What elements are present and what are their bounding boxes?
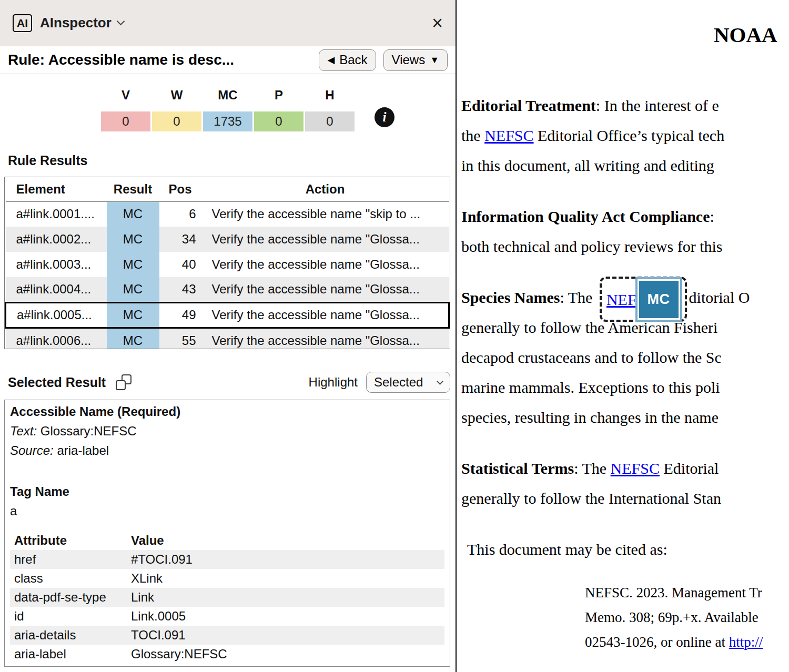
cell-act[interactable]: Verify the accessible name "Glossa...: [201, 302, 449, 328]
rule-results-table: Element Result Pos Action a#link.0001...…: [5, 177, 450, 349]
attribute-value: Glossary:NEFSC: [127, 645, 444, 664]
summary-label: P: [254, 88, 304, 104]
doc-line: species, resulting in changes in the nam…: [461, 402, 789, 432]
doc-bold-text: Species Names: [461, 289, 560, 306]
doc-link[interactable]: NEF: [606, 284, 636, 314]
cell-pos[interactable]: 6: [159, 201, 201, 227]
attribute-col-header: Attribute: [10, 531, 127, 550]
text-line: Text: Glossary:NEFSC: [10, 424, 444, 439]
selected-result-bar: Selected Result Highlight Selected: [8, 371, 450, 393]
copy-icon[interactable]: [115, 374, 132, 391]
summary-col-w: W0: [152, 88, 201, 131]
doc-text-span: : The: [560, 289, 596, 306]
cell-pos[interactable]: 55: [159, 328, 201, 349]
doc-line: the NEFSC Editorial Office’s typical tec…: [461, 120, 789, 150]
doc-line: decapod crustaceans and to follow the Sc: [461, 342, 789, 372]
close-button[interactable]: ×: [432, 14, 443, 33]
cell-res[interactable]: MC: [107, 328, 159, 349]
cell-el[interactable]: a#link.0006...: [6, 328, 107, 349]
cell-el[interactable]: a#link.0004...: [6, 277, 107, 302]
cell-el[interactable]: a#link.0001....: [6, 201, 107, 227]
cell-act[interactable]: Verify the accessible name "skip to ...: [201, 201, 449, 227]
summary-col-v: V0: [101, 88, 150, 131]
cell-el[interactable]: a#link.0005...: [6, 302, 107, 328]
doc-link[interactable]: NEFSC: [611, 460, 660, 477]
highlight-label: Highlight: [309, 375, 358, 390]
summary-label: V: [101, 88, 150, 104]
doc-link[interactable]: http://: [729, 634, 763, 650]
cell-el[interactable]: a#link.0003...: [6, 252, 107, 277]
rule-result-row[interactable]: a#link.0005...MC49Verify the accessible …: [6, 302, 449, 328]
rule-result-row[interactable]: a#link.0004...MC43Verify the accessible …: [6, 277, 449, 302]
rule-results-table-container: Element Result Pos Action a#link.0001...…: [4, 177, 450, 349]
ainspector-logo: AI: [13, 14, 32, 32]
cell-act[interactable]: Verify the accessible name "Glossa...: [201, 252, 449, 277]
summary-col-h: H0: [305, 88, 355, 131]
rule-title: Rule: Accessible name is desc...: [8, 52, 319, 68]
attribute-value: #TOCI.091: [127, 550, 444, 569]
selected-result-heading: Selected Result: [8, 375, 106, 390]
attribute-row: aria-labelGlossary:NEFSC: [10, 645, 444, 664]
attribute-name: id: [10, 607, 127, 626]
doc-text-span: the: [461, 127, 484, 144]
views-button[interactable]: Views ▼: [383, 49, 448, 71]
ainspector-panel: AI AInspector × Rule: Accessible name is…: [0, 0, 456, 672]
rule-result-row[interactable]: a#link.0006...MC55Verify the accessible …: [6, 328, 449, 349]
value-col-header: Value: [127, 531, 444, 550]
cell-pos[interactable]: 49: [159, 302, 201, 328]
highlight-select[interactable]: Selected: [366, 372, 450, 393]
doc-line: This document may be cited as:: [461, 534, 789, 564]
accessible-name-heading: Accessible Name (Required): [10, 404, 444, 419]
info-button[interactable]: i: [375, 107, 394, 127]
cell-res[interactable]: MC: [107, 227, 159, 252]
rule-result-row[interactable]: a#link.0002...MC34Verify the accessible …: [6, 227, 449, 252]
attribute-row: idLink.0005: [10, 607, 444, 626]
doc-text-span: species, resulting in changes in the nam…: [461, 409, 719, 426]
attribute-value: XLink: [127, 569, 444, 588]
rule-result-row[interactable]: a#link.0001....MC6Verify the accessible …: [6, 201, 449, 227]
attribute-name: aria-details: [10, 626, 127, 645]
attribute-row: classXLink: [10, 569, 444, 588]
attribute-value: Link.0005: [127, 607, 444, 626]
cell-pos[interactable]: 43: [159, 277, 201, 302]
cell-res[interactable]: MC: [107, 277, 159, 302]
summary-value: 0: [305, 111, 355, 131]
doc-text-span: : In the interest of e: [596, 97, 719, 114]
doc-bold-text: Information Quality Act Compliance: [461, 208, 710, 225]
doc-bold-text: Editorial Treatment: [461, 97, 596, 114]
doc-text-span: both technical and policy reviews for th…: [461, 238, 723, 255]
attribute-name: class: [10, 569, 127, 588]
cell-res[interactable]: MC: [107, 252, 159, 277]
cell-el[interactable]: a#link.0002...: [6, 227, 107, 252]
summary-label: H: [305, 88, 355, 104]
cell-act[interactable]: Verify the accessible name "Glossa...: [201, 277, 449, 302]
cell-res[interactable]: MC: [107, 302, 159, 328]
doc-link[interactable]: NEFSC: [484, 127, 533, 144]
doc-text-span: in this document, all writing and editin…: [461, 157, 714, 174]
selected-result-details: Accessible Name (Required) Text: Glossar…: [4, 400, 450, 667]
cell-pos[interactable]: 34: [159, 227, 201, 252]
chevron-down-icon[interactable]: [117, 17, 125, 26]
doc-text-span: decapod crustaceans and to follow the Sc: [461, 349, 722, 366]
back-button[interactable]: ◀ Back: [319, 49, 376, 71]
cell-res[interactable]: MC: [107, 201, 159, 227]
doc-text-span: Editorial: [660, 460, 719, 477]
doc-text-span: NEFSC. 2023. Management Tr: [585, 585, 762, 600]
source-value: aria-label: [57, 443, 109, 457]
rule-results-header-row: Element Result Pos Action: [6, 177, 449, 201]
doc-text-span: marine mammals. Exceptions to this poli: [461, 379, 720, 396]
select-chevron-icon: [437, 378, 443, 385]
copy-icon-front-square: [116, 380, 126, 390]
summary-value: 0: [152, 111, 201, 131]
document-pane: NOAA Editorial Treatment: In the interes…: [456, 0, 789, 672]
summary-col-mc: MC1735: [203, 88, 252, 131]
cell-act[interactable]: Verify the accessible name "Glossa...: [201, 328, 449, 349]
cell-act[interactable]: Verify the accessible name "Glossa...: [201, 227, 449, 252]
doc-text-span: ditorial O: [689, 289, 750, 306]
rule-result-row[interactable]: a#link.0003...MC40Verify the accessible …: [6, 252, 449, 277]
cell-pos[interactable]: 40: [159, 252, 201, 277]
summary-label: MC: [203, 88, 252, 104]
highlight-select-value: Selected: [374, 375, 423, 390]
app-name: AInspector: [40, 15, 112, 31]
text-value: Glossary:NEFSC: [41, 424, 137, 438]
